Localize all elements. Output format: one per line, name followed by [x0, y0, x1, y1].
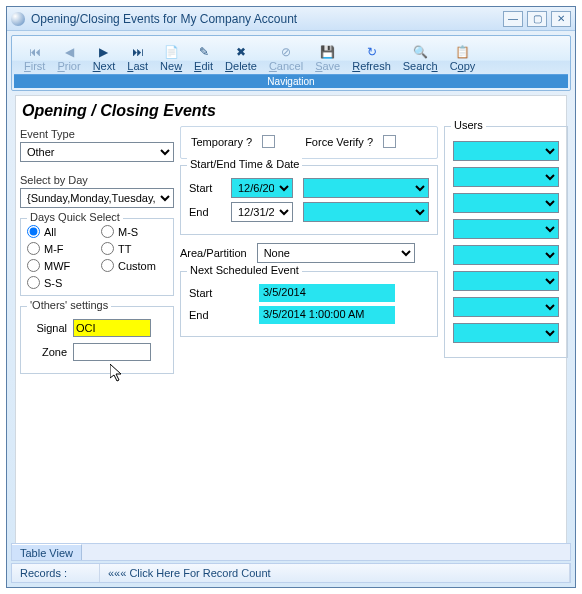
maximize-button[interactable]: ▢ [527, 11, 547, 27]
select-by-day-label: Select by Day [20, 174, 174, 186]
signal-input[interactable] [73, 319, 151, 337]
close-button[interactable]: ✕ [551, 11, 571, 27]
refresh-button[interactable]: ↻Refresh [346, 42, 397, 74]
delete-button[interactable]: ✖Delete [219, 42, 263, 74]
nse-start-value: 3/5/2014 [259, 284, 395, 302]
event-type-select[interactable]: Other [20, 142, 174, 162]
temporary-label: Temporary ? [191, 136, 252, 148]
next-scheduled-group: Next Scheduled Event Start 3/5/2014 End … [180, 271, 438, 337]
start-time-select[interactable] [303, 178, 429, 198]
days-ms-radio[interactable] [101, 225, 114, 238]
user-8-select[interactable] [453, 323, 559, 343]
statusbar: Records : ««« Click Here For Record Coun… [11, 563, 571, 583]
content-panel: Opening / Closing Events Event Type Othe… [15, 95, 567, 545]
minimize-button[interactable]: — [503, 11, 523, 27]
middle-column: Temporary ? Force Verify ? Start/End Tim… [180, 126, 438, 374]
signal-label: Signal [27, 322, 67, 334]
temporary-checkbox[interactable] [262, 135, 275, 148]
days-tt-radio[interactable] [101, 242, 114, 255]
nse-end-label: End [189, 309, 249, 321]
force-verify-label: Force Verify ? [305, 136, 373, 148]
end-label: End [189, 206, 221, 218]
user-3-select[interactable] [453, 193, 559, 213]
end-date-select[interactable]: 12/31/2 [231, 202, 293, 222]
navigation-label: Navigation [14, 74, 568, 88]
next-button[interactable]: ▶Next [87, 42, 122, 74]
window-controls: — ▢ ✕ [503, 11, 571, 27]
days-tt-label: TT [118, 243, 131, 255]
window: Opening/Closing Events for My Company Ac… [6, 6, 576, 588]
users-group: Users [444, 126, 568, 358]
user-2-select[interactable] [453, 167, 559, 187]
nse-legend: Next Scheduled Event [187, 264, 302, 276]
days-all-radio[interactable] [27, 225, 40, 238]
users-column: Users [444, 126, 568, 374]
tab-table-view[interactable]: Table View [12, 544, 82, 560]
start-label: Start [189, 182, 221, 194]
days-mf-label: M-F [44, 243, 64, 255]
end-time-select[interactable] [303, 202, 429, 222]
user-6-select[interactable] [453, 271, 559, 291]
days-custom-radio[interactable] [101, 259, 114, 272]
user-4-select[interactable] [453, 219, 559, 239]
days-mf-radio[interactable] [27, 242, 40, 255]
days-quick-legend: Days Quick Select [27, 211, 123, 223]
days-quick-select-group: Days Quick Select All M-S M-F TT MWF Cus… [20, 218, 174, 296]
area-partition-label: Area/Partition [180, 247, 247, 259]
days-ms-label: M-S [118, 226, 138, 238]
page-title: Opening / Closing Events [22, 102, 562, 120]
record-count-hint[interactable]: ««« Click Here For Record Count [100, 564, 570, 582]
nse-start-label: Start [189, 287, 249, 299]
records-label: Records : [12, 564, 100, 582]
force-verify-checkbox[interactable] [383, 135, 396, 148]
user-7-select[interactable] [453, 297, 559, 317]
days-ss-label: S-S [44, 277, 62, 289]
copy-button[interactable]: 📋Copy [444, 42, 482, 74]
flags-panel: Temporary ? Force Verify ? [180, 126, 438, 159]
users-legend: Users [451, 119, 486, 131]
days-custom-label: Custom [118, 260, 156, 272]
titlebar: Opening/Closing Events for My Company Ac… [7, 7, 575, 31]
select-by-day-select[interactable]: {Sunday,Monday,Tuesday,W [20, 188, 174, 208]
start-end-group: Start/End Time & Date Start 12/6/20 End … [180, 165, 438, 235]
new-button[interactable]: 📄New [154, 42, 188, 74]
window-title: Opening/Closing Events for My Company Ac… [31, 12, 503, 26]
event-type-label: Event Type [20, 128, 174, 140]
days-mwf-label: MWF [44, 260, 70, 272]
user-1-select[interactable] [453, 141, 559, 161]
cancel-button[interactable]: ⊘Cancel [263, 42, 309, 74]
days-ss-radio[interactable] [27, 276, 40, 289]
edit-button[interactable]: ✎Edit [188, 42, 219, 74]
toolbar: ⏮First ◀Prior ▶Next ⏭Last 📄New ✎Edit ✖De… [11, 35, 571, 91]
tab-strip: Table View [11, 543, 571, 561]
days-mwf-radio[interactable] [27, 259, 40, 272]
search-button[interactable]: 🔍Search [397, 42, 444, 74]
others-settings-group: 'Others' settings Signal Zone [20, 306, 174, 374]
first-button[interactable]: ⏮First [18, 42, 51, 74]
app-icon [11, 12, 25, 26]
area-partition-select[interactable]: None [257, 243, 415, 263]
nse-end-value: 3/5/2014 1:00:00 AM [259, 306, 395, 324]
left-column: Event Type Other Select by Day {Sunday,M… [20, 126, 174, 374]
zone-input[interactable] [73, 343, 151, 361]
start-end-legend: Start/End Time & Date [187, 158, 302, 170]
last-button[interactable]: ⏭Last [121, 42, 154, 74]
save-button[interactable]: 💾Save [309, 42, 346, 74]
user-5-select[interactable] [453, 245, 559, 265]
zone-label: Zone [27, 346, 67, 358]
start-date-select[interactable]: 12/6/20 [231, 178, 293, 198]
prior-button[interactable]: ◀Prior [51, 42, 86, 74]
others-legend: 'Others' settings [27, 299, 111, 311]
days-all-label: All [44, 226, 56, 238]
